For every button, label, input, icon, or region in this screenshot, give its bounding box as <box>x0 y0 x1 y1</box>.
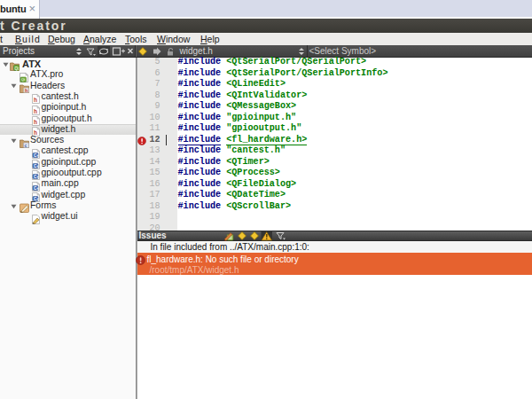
svg-text:c: c <box>24 142 27 147</box>
